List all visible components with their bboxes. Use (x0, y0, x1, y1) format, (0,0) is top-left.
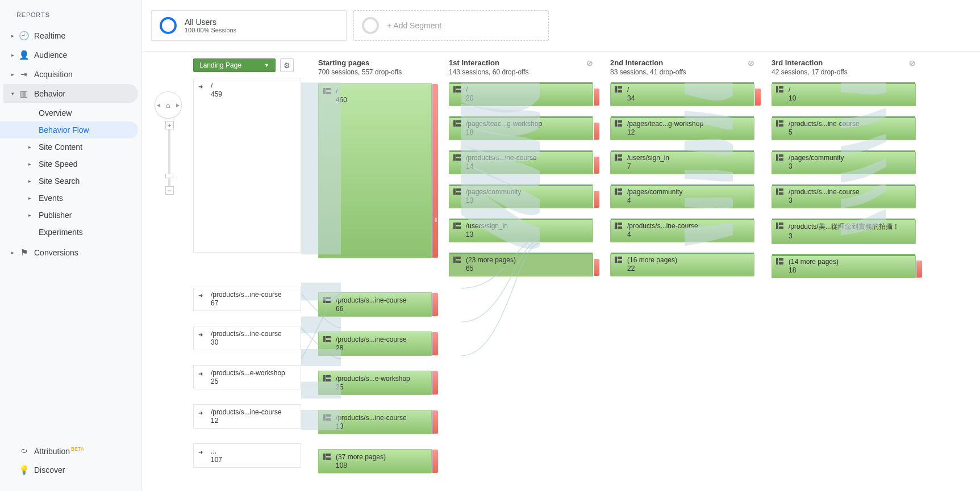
flow-node[interactable]: /459 (193, 78, 301, 253)
page-icon (453, 257, 462, 265)
zoom-in-button[interactable]: + (165, 121, 174, 129)
node-count: 108 (336, 461, 386, 469)
flow-node[interactable]: /pages/teac...g-workshop12 (610, 117, 754, 140)
flow-node[interactable]: /pages/teac...g-workshop18 (449, 117, 593, 140)
page-icon (615, 257, 624, 265)
node-path: /products/s...ine-course (211, 330, 282, 338)
node-path: /products/美...從理念到實務的拍攝！ (789, 222, 899, 232)
add-segment-button[interactable]: + Add Segment (353, 10, 549, 41)
node-count: 66 (336, 305, 407, 313)
nav-attribution[interactable]: ౿ AttributionBETA (3, 442, 138, 460)
flow-node[interactable]: /products/美...從理念到實務的拍攝！3 (772, 220, 916, 244)
node-bar (772, 82, 915, 84)
flow-node[interactable]: /products/s...ine-course67 (193, 287, 301, 311)
subnav-experiments[interactable]: Experiments (0, 224, 138, 241)
sidebar-footer: ౿ AttributionBETA 💡 Discover (0, 442, 141, 491)
subnav-site-content[interactable]: ▸Site Content (0, 139, 138, 156)
nav-realtime[interactable]: ▸ 🕘 Realtime (3, 26, 138, 45)
subnav-site-search[interactable]: ▸Site Search (0, 173, 138, 190)
flow-node[interactable]: /10 (772, 83, 916, 106)
page-icon (615, 154, 624, 162)
subnav-behavior-flow[interactable]: Behavior Flow (0, 121, 138, 139)
flow-node[interactable]: /products/s...ine-course4 (610, 220, 754, 242)
node-path: /products/s...e-workshop (211, 369, 285, 377)
flow-node[interactable]: /pages/community3 (772, 152, 916, 174)
segment-bar: All Users 100.00% Sessions + Add Segment (142, 0, 980, 52)
node-path: /products/s...ine-course (789, 120, 860, 128)
nav-audience[interactable]: ▸ 👤 Audience (3, 45, 138, 65)
node-count: 13 (336, 422, 407, 430)
page-icon (776, 120, 785, 128)
nav-discover[interactable]: 💡 Discover (3, 460, 138, 480)
node-path: /products/s...ine-course (789, 188, 860, 196)
page-icon (776, 258, 785, 266)
flow-node[interactable]: /products/s...ine-course30 (193, 326, 301, 350)
chevron-right-icon: ▸ (28, 212, 39, 218)
node-bar (611, 253, 754, 254)
node-path: (16 more pages) (627, 256, 677, 264)
subnav-overview[interactable]: Overview (0, 104, 138, 121)
column-title: 3rd Interaction (772, 58, 848, 67)
dropoff-bar (432, 410, 438, 434)
flow-node[interactable]: /products/s...ine-course14 (449, 152, 593, 174)
close-column-button[interactable]: ⊘ (586, 58, 593, 68)
subnav-site-speed[interactable]: ▸Site Speed (0, 156, 138, 173)
zoom-slider-track[interactable] (168, 129, 170, 186)
node-count: 13 (466, 196, 521, 204)
segment-all-users[interactable]: All Users 100.00% Sessions (151, 10, 347, 41)
subnav-publisher[interactable]: ▸Publisher (0, 207, 138, 224)
flow-node[interactable]: /products/s...ine-course13 (318, 410, 432, 434)
flow-node[interactable]: /products/s...e-workshop25 (193, 365, 301, 389)
nav-acquisition[interactable]: ▸ ⇥ Acquisition (3, 65, 138, 84)
subnav-events[interactable]: ▸Events (0, 190, 138, 207)
zoom-slider-handle[interactable] (165, 174, 173, 178)
dimension-select[interactable]: Landing Page ▼ (193, 58, 276, 72)
flow-node[interactable]: ...107 (193, 443, 301, 468)
flow-node[interactable]: /products/s...ine-course12 (193, 404, 301, 429)
node-path: (14 more pages) (789, 258, 839, 266)
flow-node[interactable]: (14 more pages)18 (772, 255, 916, 278)
flow-node[interactable]: (16 more pages)22 (610, 254, 754, 276)
page-icon (323, 454, 332, 461)
nav-conversions[interactable]: ▸ ⚑ Conversions (3, 243, 138, 262)
node-count: 18 (466, 128, 542, 136)
flow-node[interactable]: /products/s...ine-course3 (772, 186, 916, 208)
nav-label: Acquisition (34, 70, 132, 79)
flow-node[interactable]: /34 (610, 83, 754, 106)
settings-button[interactable]: ⚙ (280, 58, 294, 72)
flow-node[interactable]: /products/s...ine-course66 (318, 292, 432, 317)
close-column-button[interactable]: ⊘ (748, 58, 754, 68)
page-icon (615, 86, 624, 94)
flow-node[interactable]: /products/s...e-workshop25 (318, 371, 432, 395)
flow-column-landing: Landing Page ▼ ⚙ /459/products/s...ine-c… (193, 58, 301, 491)
flow-node[interactable]: /products/s...ine-course5 (772, 117, 916, 140)
node-path: /products/s...ine-course (336, 335, 407, 343)
flow-node[interactable]: /460⇩ (318, 83, 432, 258)
entry-icon (198, 370, 207, 377)
flow-node[interactable]: /users/sign_in13 (449, 220, 593, 242)
behavior-subnav: Overview Behavior Flow ▸Site Content ▸Si… (0, 103, 141, 243)
node-count: 34 (627, 94, 635, 102)
segment-circle-icon (160, 17, 177, 34)
flow-node[interactable]: /users/sign_in7 (610, 152, 754, 174)
flow-node[interactable]: /products/s...ine-course28 (318, 331, 432, 356)
flow-node[interactable]: /pages/community4 (610, 186, 754, 208)
zoom-out-button[interactable]: − (165, 186, 174, 195)
close-column-button[interactable]: ⊘ (909, 58, 916, 68)
flow-node[interactable]: /pages/community13 (449, 186, 593, 208)
flow-node[interactable]: (37 more pages)108 (318, 449, 432, 473)
segment-title: All Users (185, 18, 236, 27)
node-path: /products/s...ine-course (211, 408, 282, 416)
node-bar (449, 253, 593, 254)
nav-behavior[interactable]: ▾ ▥ Behavior (3, 84, 138, 103)
pan-control[interactable]: ◀ ⌂ ▶ (155, 91, 182, 119)
node-count: 3 (789, 232, 899, 240)
node-path: /products/s...ine-course (211, 291, 282, 299)
node-count: 460 (336, 96, 347, 104)
pan-right-icon: ▶ (176, 103, 180, 108)
flow-node[interactable]: (23 more pages)65 (449, 254, 593, 276)
node-count: 20 (466, 94, 473, 102)
page-icon (323, 297, 332, 305)
flow-node[interactable]: /20 (449, 83, 593, 106)
node-bar (449, 116, 593, 118)
